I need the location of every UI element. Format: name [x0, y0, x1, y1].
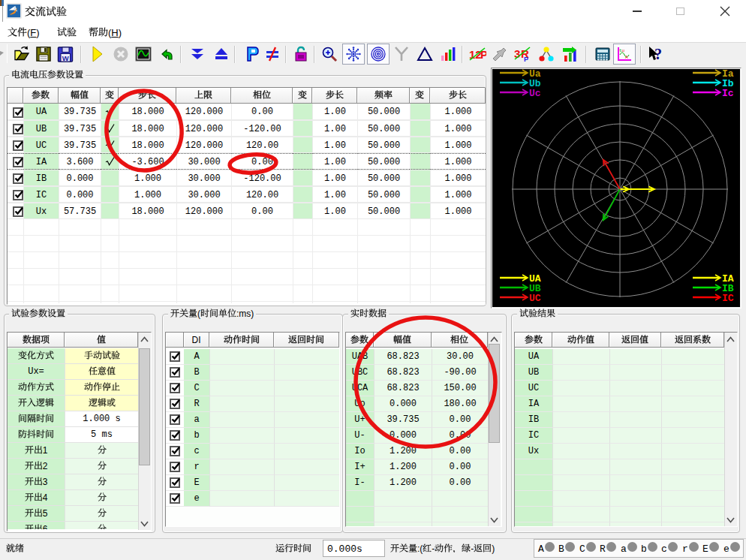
- svg-text:Uc: Uc: [529, 88, 541, 99]
- svg-text:IC: IC: [722, 293, 734, 304]
- svg-text:A: A: [625, 55, 628, 60]
- svg-text:?: ?: [654, 46, 662, 62]
- svg-text:W: W: [62, 54, 69, 62]
- svg-text:P: P: [524, 56, 528, 63]
- svg-text:UC: UC: [529, 293, 541, 304]
- svg-text:Ic: Ic: [722, 88, 734, 99]
